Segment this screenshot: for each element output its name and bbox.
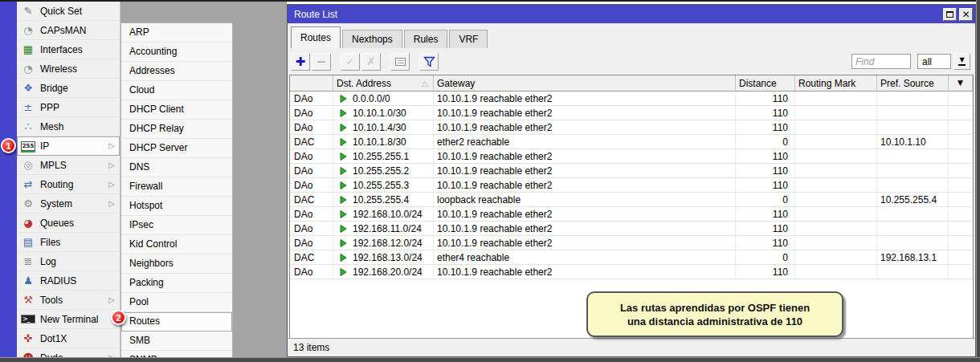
gauge-icon: ◔ [21,24,35,37]
column-header-gateway[interactable]: Gateway [434,75,736,92]
tab-nexthops[interactable]: Nexthops [342,30,402,48]
routing-mark-cell [795,164,877,178]
sidebar-item-mpls[interactable]: ◎MPLS▷ [17,156,120,175]
table-row[interactable]: DAo192.168.20.0/2410.10.1.9 reachable et… [290,265,973,279]
sidebar-item-routing[interactable]: ⇄Routing▷ [17,175,120,194]
sidebar-item-wireless[interactable]: ◔Wireless [17,59,120,79]
sidebar-item-system[interactable]: ⚙System▷ [17,194,120,214]
app-frame-bottom [0,357,980,362]
ppp-icon: ± [21,101,35,114]
tab-rules[interactable]: Rules [404,30,448,48]
submenu-item-dhcp-client[interactable]: DHCP Client [121,100,232,120]
sidebar-item-mesh[interactable]: ∴Mesh [17,117,120,136]
queues-icon: ◕ [21,217,35,230]
routing-icon: ⇄ [21,178,35,191]
table-row[interactable]: DAo0.0.0.0/010.10.1.9 reachable ether211… [290,92,973,106]
sidebar-item-log[interactable]: ≣Log [17,252,120,271]
submenu-item-addresses[interactable]: Addresses [121,62,232,81]
filter-button[interactable] [419,53,439,71]
sidebar-item-files[interactable]: ▤Files [17,233,120,252]
find-input[interactable] [851,54,911,69]
sidebar-item-ip[interactable]: 255IP▷ [17,136,120,156]
submenu-item-ipsec[interactable]: IPsec [121,216,232,235]
submenu-item-dhcp-relay[interactable]: DHCP Relay [121,120,232,139]
sidebar-item-label: MPLS [40,160,67,171]
row-end-cell [949,135,973,149]
submenu-item-hotspot[interactable]: Hotspot [121,197,232,216]
gateway-cell: 10.10.1.9 reachable ether2 [434,164,736,178]
sidebar-item-radius[interactable]: ♟RADIUS [17,271,120,291]
dst-address-cell: 192.168.12.0/24 [333,236,434,250]
close-icon: ✕ [962,10,970,19]
remove-button[interactable]: − [312,53,331,71]
sidebar-item-tools[interactable]: ⚒Tools▷ [17,291,120,310]
sidebar-menu: ✎Quick Set◔CAPsMAN▦Interfaces◔Wireless❖B… [17,0,120,362]
chevron-down-icon: ▼ [958,57,965,66]
active-route-icon [340,210,347,218]
table-row[interactable]: DAo10.10.1.0/3010.10.1.9 reachable ether… [290,106,973,120]
submenu-item-kid-control[interactable]: Kid Control [121,235,232,254]
submenu-item-accounting[interactable]: Accounting [121,43,232,62]
sidebar-item-ppp[interactable]: ±PPP [17,98,120,117]
submenu-item-cloud[interactable]: Cloud [121,81,232,100]
table-row[interactable]: DAC10.10.1.8/30ether2 reachable010.10.1.… [290,135,973,149]
flags-cell: DAo [290,149,333,164]
sidebar-item-dot1x[interactable]: ✜Dot1X [17,329,120,348]
dst-address-cell: 10.255.255.4 [333,193,434,207]
add-button[interactable]: ✚ [291,53,310,71]
submenu-item-arp[interactable]: ARP [121,23,232,43]
table-row[interactable]: DAC10.255.255.4loopback reachable010.255… [290,193,973,207]
tab-vrf[interactable]: VRF [449,30,488,48]
sidebar-item-bridge[interactable]: ❖Bridge [17,79,120,98]
submenu-item-neighbors[interactable]: Neighbors [121,254,232,274]
sidebar-item-quick-set[interactable]: ✎Quick Set [17,2,120,21]
gateway-cell: loopback reachable [434,193,736,207]
table-row[interactable]: DAo10.255.255.110.10.1.9 reachable ether… [290,149,973,164]
routing-mark-cell [795,236,877,250]
table-row[interactable]: DAo192.168.10.0/2410.10.1.9 reachable et… [290,207,973,222]
active-route-icon [340,196,347,204]
column-header-routing-mark[interactable]: Routing Mark [795,75,877,92]
submenu-item-pool[interactable]: Pool [121,293,232,312]
distance-cell: 110 [736,164,795,178]
sidebar-item-new-terminal[interactable]: >_New Terminal [17,310,120,329]
maximize-button[interactable] [943,8,957,21]
comment-button[interactable] [390,53,410,71]
table-row[interactable]: DAo10.255.255.310.10.1.9 reachable ether… [290,178,973,193]
dst-address-cell: 10.10.1.4/30 [333,120,434,135]
sidebar-item-interfaces[interactable]: ▦Interfaces [17,40,120,59]
filter-scope-dropdown[interactable]: all [917,54,951,69]
toolbar: ✚ − ✓ ✗ all ▼ [288,48,975,75]
window-titlebar[interactable]: Route List ✕ [288,5,975,23]
close-button[interactable]: ✕ [959,8,973,21]
sidebar-item-queues[interactable]: ◕Queues [17,214,120,233]
column-header-flags[interactable] [290,75,333,92]
tab-routes[interactable]: Routes [291,26,341,48]
active-route-icon [340,95,347,103]
filter-scope-dropdown-button[interactable]: ▼ [953,53,970,70]
submenu-item-smb[interactable]: SMB [121,331,232,351]
disable-button[interactable]: ✗ [361,53,381,71]
submenu-item-routes[interactable]: Routes [121,312,232,331]
distance-cell: 110 [736,149,795,164]
column-header-distance[interactable]: Distance [736,75,795,92]
comment-icon [395,58,406,66]
submenu-item-dns[interactable]: DNS [121,158,232,177]
enable-button[interactable]: ✓ [341,53,360,71]
table-row[interactable]: DAo10.10.1.4/3010.10.1.9 reachable ether… [290,120,973,135]
column-selector-button[interactable]: ▼ [949,75,973,92]
table-row[interactable]: DAo192.168.11.0/2410.10.1.9 reachable et… [290,222,973,236]
active-route-icon [340,124,347,132]
column-header-pref-source[interactable]: Pref. Source [877,75,949,92]
sidebar-item-label: Mesh [40,121,63,132]
sort-ascending-icon: △ [422,79,428,87]
table-row[interactable]: DAC192.168.13.0/24ether4 reachable0192.1… [290,250,973,265]
sidebar-item-capsman[interactable]: ◔CAPsMAN [17,21,120,40]
submenu-item-dhcp-server[interactable]: DHCP Server [121,139,232,158]
table-row[interactable]: DAo192.168.12.0/2410.10.1.9 reachable et… [290,236,973,250]
submenu-item-packing[interactable]: Packing [121,274,232,293]
ip-submenu: ARPAccountingAddressesCloudDHCP ClientDH… [120,22,233,362]
column-header-dst-address[interactable]: Dst. Address △ [333,75,434,92]
submenu-item-firewall[interactable]: Firewall [121,177,232,197]
table-row[interactable]: DAo10.255.255.210.10.1.9 reachable ether… [290,164,973,178]
